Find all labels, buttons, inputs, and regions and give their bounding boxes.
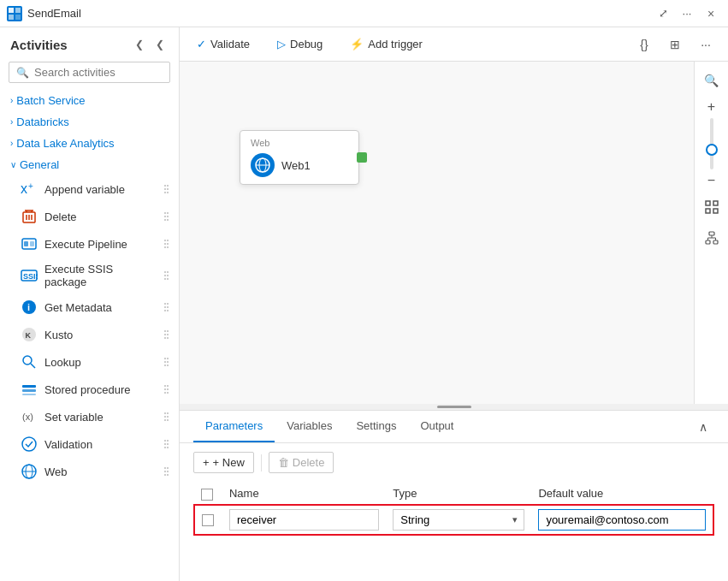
svg-text:+: + xyxy=(28,181,33,191)
debug-label: Debug xyxy=(290,38,323,50)
toolbar-right-actions: {} ⊞ ··· xyxy=(632,33,718,56)
activity-validation-label: Validation xyxy=(44,438,157,451)
svg-point-22 xyxy=(23,356,32,365)
activity-web-label: Web xyxy=(44,465,157,478)
sidebar-collapse-icons: ❮ ❮ xyxy=(131,36,169,53)
main-layout: Activities ❮ ❮ 🔍 › Batch Service › Datab… xyxy=(0,27,728,581)
row-checkbox[interactable] xyxy=(202,514,214,526)
activity-set-variable[interactable]: (x) Set variable xyxy=(0,403,179,430)
group-general-label: General xyxy=(20,158,59,171)
sidebar-collapse-left[interactable]: ❮ xyxy=(131,36,148,53)
bottom-panel-tabs: Parameters Variables Settings Output ∧ xyxy=(180,411,728,443)
activity-lookup[interactable]: Lookup xyxy=(0,348,179,376)
group-batch-service-header[interactable]: › Batch Service xyxy=(0,90,179,111)
chevron-right-icon-3: › xyxy=(10,139,13,148)
panel-body: + + New 🗑 Delete xyxy=(180,443,728,581)
more-icon: ··· xyxy=(701,38,711,51)
activity-kusto[interactable]: K Kusto xyxy=(0,321,179,348)
kusto-icon: K xyxy=(21,326,38,343)
add-trigger-button[interactable]: ⚡ Add trigger xyxy=(343,34,429,54)
canvas-main: Web Web1 🔍 + xyxy=(180,62,728,404)
activity-stored-procedure-label: Stored procedure xyxy=(44,383,157,396)
canvas-area: ✓ Validate ▷ Debug ⚡ Add trigger {} ⊞ ··… xyxy=(180,27,728,581)
delete-param-button[interactable]: 🗑 Delete xyxy=(269,452,334,473)
append-variable-icon: x+ xyxy=(21,181,38,198)
restore-button[interactable]: ⤢ xyxy=(653,3,673,24)
svg-rect-2 xyxy=(9,15,14,20)
web-node-body: Web1 xyxy=(251,153,348,177)
web-node-icon xyxy=(251,153,275,177)
get-metadata-icon: i xyxy=(21,299,38,316)
fit-screen-button[interactable] xyxy=(700,195,724,219)
tab-output[interactable]: Output xyxy=(408,411,465,442)
web-activity-icon xyxy=(21,463,38,480)
code-view-button[interactable]: {} xyxy=(632,33,656,56)
activity-get-metadata[interactable]: i Get Metadata xyxy=(0,293,179,321)
chevron-right-icon: › xyxy=(10,96,13,105)
activity-delete[interactable]: Delete xyxy=(0,203,179,230)
hierarchy-button[interactable] xyxy=(700,226,724,250)
activity-get-metadata-label: Get Metadata xyxy=(44,301,157,314)
zoom-track[interactable] xyxy=(710,118,713,169)
table-view-button[interactable]: ⊞ xyxy=(663,33,687,56)
param-name-input[interactable] xyxy=(229,509,379,531)
activity-validation[interactable]: Validation xyxy=(0,430,179,458)
titlebar: SendEmail ⤢ ··· × xyxy=(0,0,728,27)
canvas-search-button[interactable]: 🔍 xyxy=(700,68,724,92)
drag-handle-5 xyxy=(164,303,169,311)
group-datalake-label: Data Lake Analytics xyxy=(16,137,114,150)
activity-append-variable[interactable]: x+ Append variable xyxy=(0,175,179,203)
params-table: Name Type Default value xyxy=(193,483,714,536)
param-value-input[interactable] xyxy=(538,509,706,531)
svg-rect-37 xyxy=(706,209,710,213)
validate-icon: ✓ xyxy=(197,38,206,50)
titlebar-actions: ⤢ ··· × xyxy=(653,3,721,24)
canvas-diagram[interactable]: Web Web1 xyxy=(180,62,694,404)
tab-variables[interactable]: Variables xyxy=(275,411,344,442)
activity-stored-procedure[interactable]: Stored procedure xyxy=(0,376,179,403)
zoom-out-button[interactable]: − xyxy=(707,173,715,188)
tab-settings[interactable]: Settings xyxy=(344,411,408,442)
svg-rect-25 xyxy=(22,389,36,392)
bottom-panel: Parameters Variables Settings Output ∧ + xyxy=(180,410,728,581)
svg-text:K: K xyxy=(26,331,32,340)
svg-text:i: i xyxy=(27,302,30,312)
zoom-in-button[interactable]: + xyxy=(707,99,715,115)
validation-icon xyxy=(21,436,38,453)
search-input[interactable] xyxy=(34,66,178,79)
type-select[interactable]: String Bool Int Float Object Array Secur… xyxy=(393,509,524,531)
col-value-header: Default value xyxy=(531,483,713,505)
row-type-cell: String Bool Int Float Object Array Secur… xyxy=(386,505,531,535)
validate-button[interactable]: ✓ Validate xyxy=(190,34,257,54)
search-box: 🔍 xyxy=(9,62,170,83)
tab-parameters[interactable]: Parameters xyxy=(193,411,275,442)
more-actions-button[interactable]: ··· xyxy=(694,33,718,56)
group-databricks-label: Databricks xyxy=(16,116,68,128)
drag-handle-6 xyxy=(164,330,169,339)
new-param-button[interactable]: + + New xyxy=(193,452,254,473)
drag-handle-10 xyxy=(164,440,169,448)
activity-execute-ssis[interactable]: SSIS Execute SSIS package xyxy=(0,258,179,293)
web-node[interactable]: Web Web1 xyxy=(240,130,359,185)
group-general-header[interactable]: ∨ General xyxy=(0,154,179,175)
row-value-cell xyxy=(531,505,713,535)
debug-button[interactable]: ▷ Debug xyxy=(270,34,329,54)
group-databricks-header[interactable]: › Databricks xyxy=(0,111,179,133)
lookup-icon xyxy=(21,353,38,371)
svg-rect-15 xyxy=(30,241,34,246)
type-select-wrapper: String Bool Int Float Object Array Secur… xyxy=(393,509,524,531)
more-options-button[interactable]: ··· xyxy=(677,3,697,24)
col-type-header: Type xyxy=(386,483,531,505)
panel-resize-handle[interactable] xyxy=(180,404,728,410)
activity-web[interactable]: Web xyxy=(0,458,179,485)
svg-rect-41 xyxy=(713,240,718,244)
zoom-thumb[interactable] xyxy=(706,144,718,156)
panel-collapse-button[interactable]: ∧ xyxy=(692,413,714,441)
svg-rect-3 xyxy=(15,15,21,20)
activity-execute-pipeline[interactable]: Execute Pipeline xyxy=(0,230,179,258)
sidebar-collapse-right[interactable]: ❮ xyxy=(151,36,169,53)
activities-sidebar: Activities ❮ ❮ 🔍 › Batch Service › Datab… xyxy=(0,27,180,581)
select-all-checkbox[interactable] xyxy=(201,489,213,501)
close-button[interactable]: × xyxy=(701,3,721,24)
group-datalake-header[interactable]: › Data Lake Analytics xyxy=(0,133,179,154)
